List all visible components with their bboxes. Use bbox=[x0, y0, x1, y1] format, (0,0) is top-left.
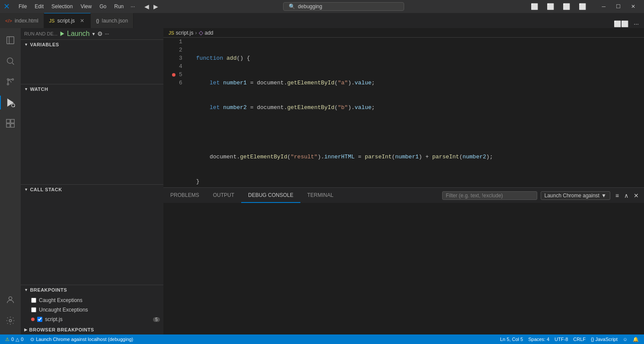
statusbar-debug-label[interactable]: ⊙ Launch Chrome against localhost (debug… bbox=[29, 337, 135, 342]
titlebar: ✕ File Edit Selection View Go Run ··· ◀ … bbox=[0, 0, 644, 13]
activity-settings[interactable] bbox=[0, 310, 21, 331]
svg-point-1 bbox=[7, 58, 13, 64]
panel-toggle-icon[interactable]: ⬜ bbox=[559, 2, 574, 11]
debug-console-content bbox=[163, 203, 644, 334]
caught-exceptions-checkbox[interactable] bbox=[31, 298, 36, 303]
tab-launch-json[interactable]: {} launch.json bbox=[91, 13, 134, 28]
activity-bar-bottom bbox=[0, 289, 21, 334]
tab-terminal-label: TERMINAL bbox=[307, 192, 334, 198]
tab-output[interactable]: OUTPUT bbox=[206, 188, 241, 203]
breakpoints-chevron: ▼ bbox=[24, 288, 28, 292]
launch-gear-button[interactable]: ⚙ bbox=[97, 30, 103, 37]
tab-problems-label: PROBLEMS bbox=[170, 192, 199, 198]
menu-file[interactable]: File bbox=[15, 3, 30, 10]
callstack-header[interactable]: ▼ CALL STACK bbox=[21, 185, 163, 194]
split-editor-button[interactable]: ⬜⬜ bbox=[612, 19, 630, 28]
script-js-breakpoint-checkbox[interactable] bbox=[37, 317, 42, 322]
breakpoints-section: ▼ BREAKPOINTS Caught Exceptions Uncaught… bbox=[21, 285, 163, 325]
menu-run[interactable]: Run bbox=[111, 3, 127, 10]
watch-header[interactable]: ▼ WATCH bbox=[21, 84, 163, 94]
menu-view[interactable]: View bbox=[77, 3, 95, 10]
menu-edit[interactable]: Edit bbox=[31, 3, 47, 10]
svg-rect-11 bbox=[11, 124, 14, 127]
menu-more[interactable]: ··· bbox=[128, 3, 137, 10]
svg-rect-0 bbox=[7, 37, 14, 44]
menu-selection[interactable]: Selection bbox=[48, 3, 76, 10]
menu-go[interactable]: Go bbox=[96, 3, 110, 10]
caught-exceptions-label: Caught Exceptions bbox=[39, 297, 83, 303]
panel-close-button[interactable]: ✕ bbox=[632, 191, 641, 200]
script-js-breakpoint-item: script.js 5 bbox=[21, 315, 163, 324]
browser-breakpoints-section: ▶ BROWSER BREAKPOINTS bbox=[21, 325, 163, 334]
uncaught-exceptions-item: Uncaught Exceptions bbox=[21, 305, 163, 315]
sidebar-toggle-icon[interactable]: ⬜ bbox=[527, 2, 542, 11]
nav-back[interactable]: ◀ bbox=[143, 2, 151, 11]
breadcrumb-file-icon: JS bbox=[169, 30, 174, 35]
browser-bp-chevron: ▶ bbox=[24, 328, 28, 332]
activity-account[interactable] bbox=[0, 289, 21, 310]
activity-search[interactable] bbox=[0, 51, 21, 71]
launch-more-button[interactable]: ··· bbox=[105, 31, 109, 37]
callstack-chevron: ▼ bbox=[24, 187, 28, 192]
breadcrumb-file[interactable]: script.js bbox=[176, 30, 194, 36]
statusbar-line-ending[interactable]: CRLF bbox=[571, 337, 587, 342]
activity-explorer[interactable] bbox=[0, 30, 21, 51]
watch-content bbox=[21, 94, 163, 137]
watch-section: ▼ WATCH bbox=[21, 84, 163, 185]
panel-collapse-button[interactable]: ∧ bbox=[622, 191, 630, 200]
debug-session-dropdown[interactable]: Launch Chrome against ▼ bbox=[541, 191, 610, 200]
layout-controls: ⬜ ⬜ ⬜ ⬜ bbox=[527, 2, 590, 11]
statusbar-errors[interactable]: ⚠ 0 △ 0 bbox=[3, 337, 25, 342]
breakpoints-content: Caught Exceptions Uncaught Exceptions sc… bbox=[21, 295, 163, 325]
statusbar-position[interactable]: Ln 5, Col 5 bbox=[498, 337, 525, 342]
variables-header[interactable]: ▼ VARIABLES bbox=[21, 40, 163, 49]
layout-options-icon[interactable]: ⬜ bbox=[575, 2, 590, 11]
close-button[interactable]: ✕ bbox=[626, 2, 641, 11]
tab-index-html[interactable]: </> index.html bbox=[0, 13, 44, 28]
browser-breakpoints-header[interactable]: ▶ BROWSER BREAKPOINTS bbox=[21, 325, 163, 334]
uncaught-exceptions-checkbox[interactable] bbox=[31, 307, 36, 312]
tab-debug-console[interactable]: DEBUG CONSOLE bbox=[241, 188, 300, 203]
tab-terminal[interactable]: TERMINAL bbox=[300, 188, 341, 203]
tab-close-button[interactable]: ✕ bbox=[79, 18, 85, 24]
code-editor[interactable]: 1 2 3 4 5 bbox=[163, 38, 644, 187]
svg-point-4 bbox=[7, 84, 9, 85]
breadcrumb-func[interactable]: add bbox=[205, 30, 214, 36]
tab-script-js[interactable]: JS script.js ✕ bbox=[44, 13, 91, 28]
breakpoints-header[interactable]: ▼ BREAKPOINTS bbox=[21, 285, 163, 295]
statusbar-notifications[interactable]: 🔔 bbox=[631, 337, 641, 342]
run-label: RUN AND DE... bbox=[24, 31, 57, 36]
maximize-button[interactable]: ☐ bbox=[611, 2, 626, 11]
statusbar-language[interactable]: {} JavaScript bbox=[589, 337, 619, 342]
statusbar-debug-text: Launch Chrome against localhost (debuggi… bbox=[36, 337, 133, 342]
statusbar-feedback[interactable]: ☺ bbox=[621, 337, 629, 342]
statusbar-encoding[interactable]: UTF-8 bbox=[553, 337, 570, 342]
search-box[interactable]: 🔍 debugging bbox=[283, 2, 404, 11]
debug-session-label: Launch Chrome against bbox=[545, 193, 599, 199]
json-file-icon: {} bbox=[96, 18, 99, 23]
statusbar-spaces[interactable]: Spaces: 4 bbox=[526, 337, 551, 342]
tab-script-label: script.js bbox=[57, 18, 75, 24]
activity-run[interactable] bbox=[0, 92, 21, 113]
minimize-button[interactable]: ─ bbox=[596, 2, 611, 11]
main-area: RUN AND DE... Launch ▼ ⚙ ··· ▼ VARIABLES bbox=[0, 28, 644, 334]
panel-lines-button[interactable]: ≡ bbox=[614, 191, 621, 200]
tab-problems[interactable]: PROBLEMS bbox=[163, 188, 206, 203]
editor-layout-icon[interactable]: ⬜ bbox=[543, 2, 558, 11]
code-line-6: } bbox=[196, 177, 611, 186]
activity-extensions[interactable] bbox=[0, 113, 21, 134]
vscode-logo: ✕ bbox=[3, 2, 10, 11]
nav-forward[interactable]: ▶ bbox=[152, 2, 160, 11]
panel-action-buttons: ≡ ∧ ✕ bbox=[614, 191, 641, 200]
launch-dropdown-button[interactable]: ▼ bbox=[92, 32, 96, 36]
browser-bp-label: BROWSER BREAKPOINTS bbox=[29, 327, 94, 332]
svg-rect-9 bbox=[11, 119, 14, 123]
script-js-breakpoint-label: script.js bbox=[45, 316, 63, 322]
activity-source-control[interactable] bbox=[0, 71, 21, 92]
line-numbers: 1 2 3 4 5 bbox=[163, 38, 189, 187]
tab-more-button[interactable]: ··· bbox=[632, 19, 641, 28]
run-play-button[interactable]: Launch bbox=[59, 30, 90, 38]
panel-tab-bar: PROBLEMS OUTPUT DEBUG CONSOLE TERMINAL L… bbox=[163, 188, 644, 203]
debug-filter-input[interactable] bbox=[442, 191, 537, 200]
line-num-1: 1 bbox=[179, 38, 182, 46]
